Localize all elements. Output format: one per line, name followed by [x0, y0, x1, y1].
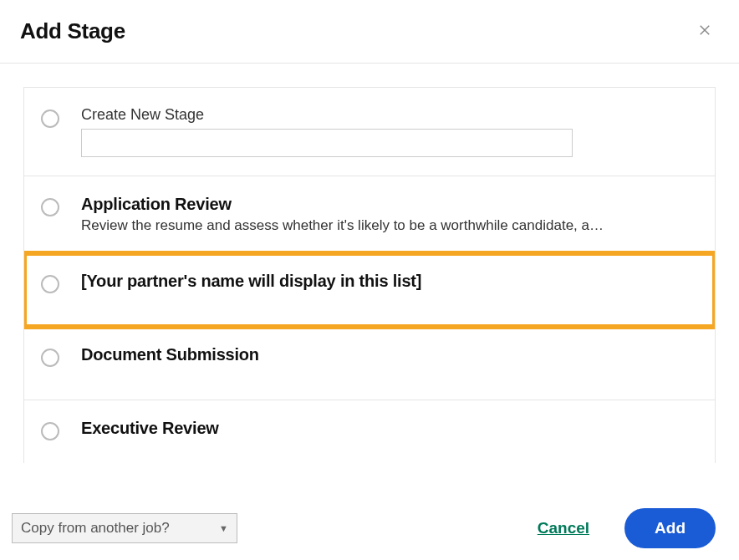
option-title: Document Submission — [81, 345, 698, 364]
radio-option[interactable] — [41, 275, 59, 293]
create-new-content: Create New Stage — [81, 106, 698, 157]
option-content: Executive Review — [81, 419, 698, 441]
create-new-stage-row[interactable]: Create New Stage — [24, 88, 715, 176]
option-content: Document Submission — [81, 345, 698, 368]
stage-option-document-submission[interactable]: Document Submission — [24, 327, 715, 400]
option-desc: Review the resume and assess whether it'… — [81, 217, 698, 234]
stage-option-partner-name[interactable]: [Your partner's name will display in thi… — [24, 253, 715, 327]
modal-header: Add Stage — [0, 0, 739, 64]
add-button[interactable]: Add — [624, 508, 716, 548]
radio-option[interactable] — [41, 349, 59, 367]
radio-option[interactable] — [41, 198, 59, 216]
option-content: [Your partner's name will display in thi… — [81, 272, 698, 294]
close-icon — [697, 23, 712, 38]
create-new-label: Create New Stage — [81, 106, 698, 124]
stage-option-application-review[interactable]: Application Review Review the resume and… — [24, 176, 715, 253]
radio-option[interactable] — [41, 422, 59, 440]
copy-select-label: Copy from another job? — [21, 520, 170, 537]
stage-option-executive-review[interactable]: Executive Review — [24, 400, 715, 463]
close-button[interactable] — [694, 19, 716, 43]
option-title: Executive Review — [81, 419, 698, 438]
copy-from-job-select[interactable]: Copy from another job? ▼ — [12, 513, 237, 543]
radio-create-new[interactable] — [41, 109, 59, 128]
modal-footer: Copy from another job? ▼ Cancel Add — [0, 508, 739, 548]
new-stage-input[interactable] — [81, 129, 573, 157]
modal-title: Add Stage — [20, 18, 125, 44]
chevron-down-icon: ▼ — [219, 523, 228, 533]
option-title: Application Review — [81, 195, 698, 214]
option-content: Application Review Review the resume and… — [81, 195, 698, 234]
cancel-button[interactable]: Cancel — [538, 519, 589, 537]
option-title: [Your partner's name will display in thi… — [81, 272, 698, 291]
stage-list: Create New Stage Application Review Revi… — [23, 87, 716, 463]
